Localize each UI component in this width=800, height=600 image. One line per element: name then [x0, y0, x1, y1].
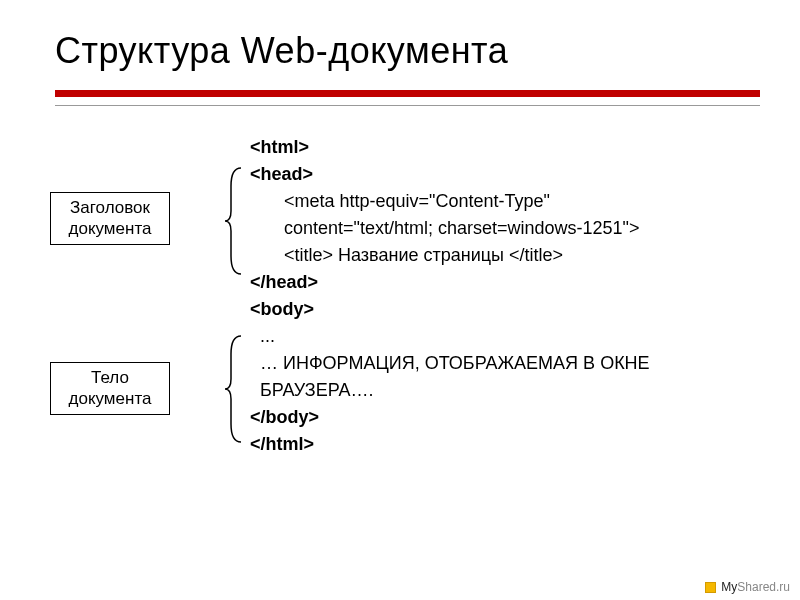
code-head-close: </head> — [250, 269, 760, 296]
label-head-box: Заголовок документа — [50, 192, 170, 245]
content-area: Заголовок документа Тело документа <html… — [55, 134, 760, 458]
logo-square-icon — [705, 582, 716, 593]
footer-brand-ru: .ru — [776, 580, 790, 594]
page-title: Структура Web-документа — [55, 30, 760, 72]
code-html-open: <html> — [250, 134, 760, 161]
code-html-close: </html> — [250, 431, 760, 458]
brace-head-icon — [223, 166, 245, 276]
label-body-box: Тело документа — [50, 362, 170, 415]
title-underline-thin — [55, 105, 760, 106]
code-body-3: БРАУЗЕРА…. — [250, 377, 760, 404]
code-meta-2: content="text/html; charset=windows-1251… — [284, 215, 760, 242]
label-head-text: Заголовок документа — [69, 198, 152, 238]
footer-logo: MyShared.ru — [705, 580, 790, 594]
code-column: <html> <head> <meta http-equiv="Content-… — [250, 134, 760, 458]
brace-body-icon — [223, 334, 245, 444]
code-title: <title> Название страницы </title> — [250, 242, 760, 269]
code-body-1: ... — [250, 323, 760, 350]
code-body-2: … ИНФОРМАЦИЯ, ОТОБРАЖАЕМАЯ В ОКНЕ — [250, 350, 760, 377]
footer-brand-shared: Shared — [737, 580, 776, 594]
slide: Структура Web-документа Заголовок докуме… — [0, 0, 800, 478]
label-body-text: Тело документа — [69, 368, 152, 408]
code-meta-1: <meta http-equiv="Content-Type" — [250, 188, 760, 215]
footer-brand-my: My — [721, 580, 737, 594]
title-underline-thick — [55, 90, 760, 97]
code-head-open: <head> — [250, 161, 760, 188]
code-body-close: </body> — [250, 404, 760, 431]
code-body-open: <body> — [250, 296, 760, 323]
